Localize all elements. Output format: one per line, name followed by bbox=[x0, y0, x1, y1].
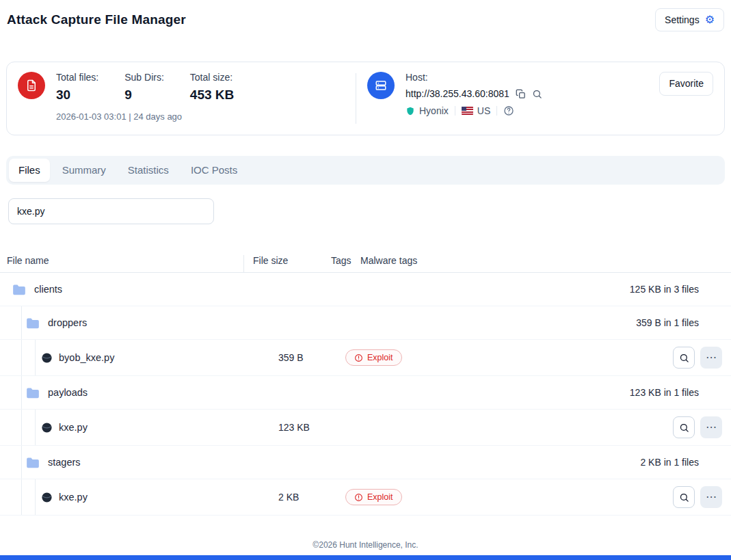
stat-total-size: Total size: 453 KB bbox=[190, 72, 234, 103]
copy-icon bbox=[516, 89, 526, 99]
file-search-input[interactable] bbox=[8, 198, 214, 224]
tag-badge[interactable]: Exploit bbox=[345, 349, 402, 366]
more-actions-button[interactable]: ⋯ bbox=[700, 347, 722, 369]
file-row[interactable]: kxe.py 2 KB Exploit ⋯ bbox=[0, 479, 731, 516]
column-header-file-size[interactable]: File size bbox=[253, 255, 288, 266]
folder-name: stagers bbox=[48, 457, 81, 468]
column-header-malware-tags[interactable]: Malware tags bbox=[360, 255, 417, 266]
server-icon bbox=[367, 72, 395, 99]
bottom-accent-bar bbox=[0, 555, 731, 560]
file-icon bbox=[41, 422, 53, 434]
help-button[interactable] bbox=[503, 105, 514, 116]
folder-summary: 359 B in 1 files bbox=[636, 317, 699, 328]
host-country: US bbox=[462, 105, 490, 116]
file-icon bbox=[41, 492, 53, 503]
indent-guide bbox=[35, 479, 36, 515]
indent-guide bbox=[35, 410, 36, 445]
gear-icon: ⚙ bbox=[705, 14, 715, 25]
file-row[interactable]: kxe.py 123 KB ⋯ bbox=[0, 410, 731, 446]
more-actions-button[interactable]: ⋯ bbox=[700, 486, 722, 508]
folder-summary: 2 KB in 1 files bbox=[640, 457, 699, 468]
page-header: Attack Capture File Manager Settings ⚙ bbox=[0, 0, 731, 31]
capture-date: 2026-01-03 03:01 | 24 days ago bbox=[56, 111, 234, 122]
file-name: kxe.py bbox=[59, 492, 88, 503]
question-icon bbox=[503, 105, 514, 116]
stats-row: Total files: 30 Sub Dirs: 9 Total size: … bbox=[56, 72, 234, 103]
folder-row[interactable]: payloads 123 KB in 1 files bbox=[0, 376, 731, 410]
search-host-button[interactable] bbox=[532, 89, 542, 99]
stat-label: Total files: bbox=[56, 72, 98, 83]
column-resize-handle[interactable] bbox=[243, 255, 244, 272]
magnifier-icon bbox=[679, 423, 689, 433]
indent-guide bbox=[21, 446, 22, 479]
divider bbox=[455, 106, 455, 116]
capture-file-icon bbox=[18, 72, 45, 99]
tab-files[interactable]: Files bbox=[9, 159, 50, 182]
tab-ioc-posts[interactable]: IOC Posts bbox=[181, 159, 247, 182]
settings-button-label: Settings bbox=[665, 14, 700, 26]
folder-name: droppers bbox=[48, 317, 87, 328]
folder-icon bbox=[26, 457, 40, 468]
stat-value: 453 KB bbox=[190, 88, 234, 103]
folder-row[interactable]: clients 125 KB in 3 files bbox=[0, 273, 731, 306]
tag-badge[interactable]: Exploit bbox=[345, 489, 402, 505]
folder-summary: 123 KB in 1 files bbox=[630, 387, 699, 398]
stat-label: Sub Dirs: bbox=[124, 72, 164, 83]
alert-circle-icon bbox=[354, 493, 363, 502]
provider-name: Hyonix bbox=[419, 105, 449, 116]
stats-section: Total files: 30 Sub Dirs: 9 Total size: … bbox=[18, 72, 356, 125]
stat-label: Total size: bbox=[190, 72, 234, 83]
ellipsis-icon: ⋯ bbox=[706, 352, 717, 363]
view-file-button[interactable] bbox=[673, 416, 695, 438]
magnifier-icon bbox=[679, 353, 689, 363]
indent-guide bbox=[21, 410, 22, 445]
file-size: 123 KB bbox=[278, 422, 310, 433]
stat-total-files: Total files: 30 bbox=[56, 72, 98, 103]
folder-icon bbox=[26, 387, 40, 399]
view-file-button[interactable] bbox=[673, 486, 695, 508]
ellipsis-icon: ⋯ bbox=[706, 492, 717, 503]
stat-value: 30 bbox=[56, 88, 98, 103]
file-name: byob_kxe.py bbox=[59, 352, 114, 363]
indent-guide bbox=[21, 479, 22, 515]
indent-guide bbox=[35, 340, 36, 375]
row-actions: ⋯ bbox=[673, 347, 722, 369]
tab-bar: Files Summary Statistics IOC Posts bbox=[6, 156, 725, 185]
tag-label: Exploit bbox=[367, 492, 393, 502]
folder-icon bbox=[12, 284, 26, 295]
file-icon bbox=[41, 352, 53, 364]
favorite-button[interactable]: Favorite bbox=[659, 72, 713, 96]
stat-sub-dirs: Sub Dirs: 9 bbox=[124, 72, 164, 103]
country-code: US bbox=[477, 105, 490, 116]
column-header-tags[interactable]: Tags bbox=[331, 255, 351, 266]
footer-copyright: ©2026 Hunt Intelligence, Inc. bbox=[0, 540, 731, 550]
host-section: Host: http://38.255.43.60:8081 bbox=[356, 72, 713, 125]
file-row[interactable]: byob_kxe.py 359 B Exploit ⋯ bbox=[0, 340, 731, 376]
indent-guide bbox=[21, 306, 22, 339]
us-flag-icon bbox=[462, 107, 473, 115]
indent-guide bbox=[21, 340, 22, 375]
alert-circle-icon bbox=[354, 354, 363, 362]
folder-row[interactable]: droppers 359 B in 1 files bbox=[0, 306, 731, 340]
table-header: File name File size Tags Malware tags bbox=[0, 252, 731, 273]
more-actions-button[interactable]: ⋯ bbox=[700, 416, 722, 438]
host-label: Host: bbox=[406, 72, 542, 83]
stat-value: 9 bbox=[124, 88, 164, 103]
magnifier-icon bbox=[679, 492, 689, 503]
folder-row[interactable]: stagers 2 KB in 1 files bbox=[0, 446, 731, 479]
folder-name: clients bbox=[34, 284, 62, 295]
ellipsis-icon: ⋯ bbox=[706, 422, 717, 433]
view-file-button[interactable] bbox=[673, 347, 695, 369]
settings-button[interactable]: Settings ⚙ bbox=[655, 8, 724, 32]
hosting-provider[interactable]: Hyonix bbox=[406, 105, 449, 116]
row-actions: ⋯ bbox=[673, 486, 722, 508]
indent-guide bbox=[21, 376, 22, 409]
folder-name: payloads bbox=[48, 387, 88, 398]
file-table: File name File size Tags Malware tags cl… bbox=[0, 252, 731, 516]
tab-summary[interactable]: Summary bbox=[53, 159, 116, 182]
tab-statistics[interactable]: Statistics bbox=[118, 159, 178, 182]
copy-url-button[interactable] bbox=[516, 89, 526, 99]
file-size: 2 KB bbox=[278, 492, 299, 503]
column-header-file-name[interactable]: File name bbox=[7, 255, 49, 266]
folder-summary: 125 KB in 3 files bbox=[630, 284, 699, 295]
